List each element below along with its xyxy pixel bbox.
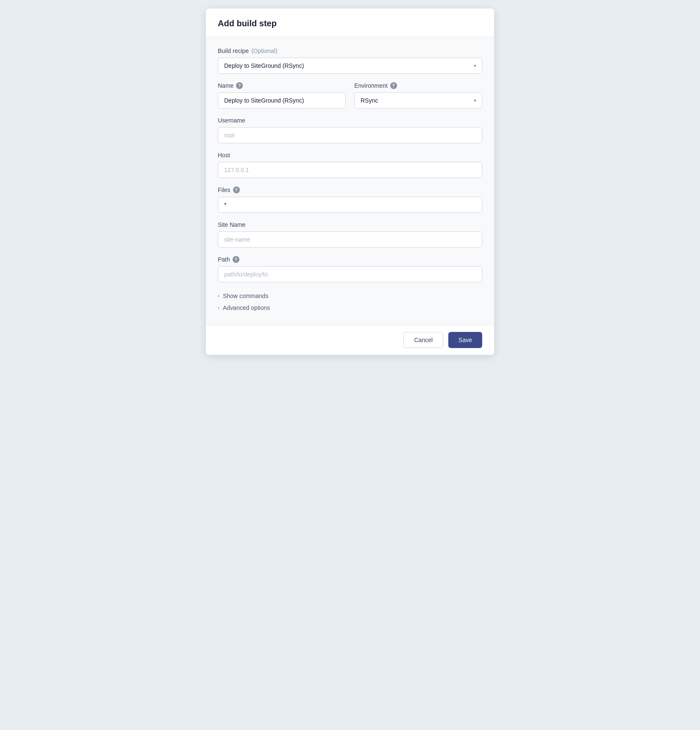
environment-group: Environment ? RSync ▼: [354, 82, 482, 109]
modal-title: Add build step: [218, 19, 482, 28]
advanced-options-chevron-icon: ›: [218, 305, 219, 311]
name-environment-row: Name ? Environment ? RSync ▼: [218, 82, 482, 109]
build-recipe-label: Build recipe (Optional): [218, 47, 482, 54]
host-input[interactable]: [218, 162, 482, 178]
build-recipe-select-wrapper[interactable]: Deploy to SiteGround (RSync) ▼: [218, 58, 482, 74]
path-input[interactable]: [218, 266, 482, 282]
show-commands-toggle[interactable]: › Show commands: [218, 291, 482, 301]
advanced-options-toggle[interactable]: › Advanced options: [218, 303, 482, 313]
build-recipe-select[interactable]: Deploy to SiteGround (RSync): [218, 58, 482, 74]
environment-help-icon[interactable]: ?: [390, 82, 397, 89]
collapsibles-section: › Show commands › Advanced options: [218, 291, 482, 313]
path-group: Path ?: [218, 256, 482, 282]
path-label: Path ?: [218, 256, 482, 263]
files-group: Files ?: [218, 187, 482, 213]
files-help-icon[interactable]: ?: [233, 187, 240, 193]
site-name-input[interactable]: [218, 231, 482, 248]
username-label: Username: [218, 117, 482, 124]
path-help-icon[interactable]: ?: [233, 256, 239, 263]
name-input[interactable]: [218, 92, 346, 109]
show-commands-chevron-icon: ›: [218, 293, 219, 299]
modal-footer: Cancel Save: [206, 325, 494, 355]
build-recipe-group: Build recipe (Optional) Deploy to SiteGr…: [218, 47, 482, 74]
site-name-group: Site Name: [218, 221, 482, 248]
name-label: Name ?: [218, 82, 346, 89]
modal-body: Build recipe (Optional) Deploy to SiteGr…: [206, 37, 494, 325]
files-label: Files ?: [218, 187, 482, 193]
name-help-icon[interactable]: ?: [236, 82, 243, 89]
save-button[interactable]: Save: [448, 332, 482, 348]
files-input[interactable]: [218, 197, 482, 213]
environment-select-wrapper[interactable]: RSync ▼: [354, 92, 482, 109]
cancel-button[interactable]: Cancel: [403, 332, 443, 348]
name-group: Name ?: [218, 82, 346, 109]
username-group: Username: [218, 117, 482, 143]
host-label: Host: [218, 152, 482, 159]
host-group: Host: [218, 152, 482, 178]
environment-select[interactable]: RSync: [354, 92, 482, 109]
modal-header: Add build step: [206, 8, 494, 37]
environment-label: Environment ?: [354, 82, 482, 89]
add-build-step-modal: Add build step Build recipe (Optional) D…: [206, 8, 494, 355]
site-name-label: Site Name: [218, 221, 482, 228]
username-input[interactable]: [218, 127, 482, 143]
